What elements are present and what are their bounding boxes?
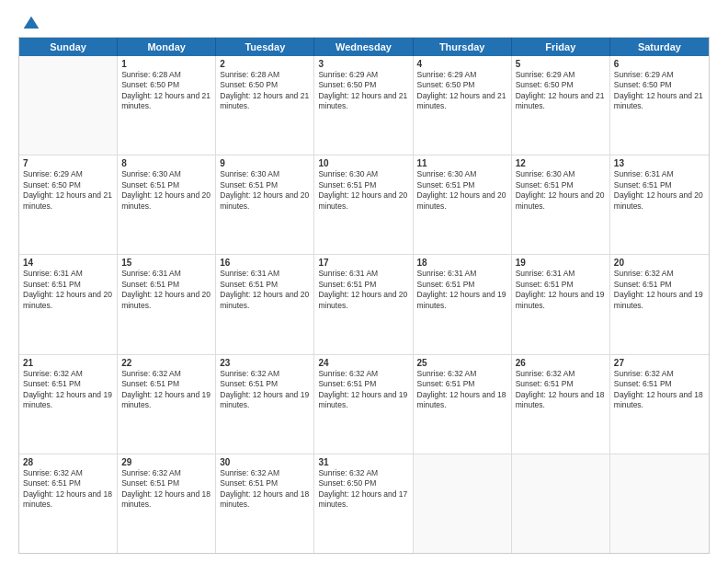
day-info: Sunrise: 6:31 AMSunset: 6:51 PMDaylight:… [318, 269, 408, 311]
calendar-cell: 11Sunrise: 6:30 AMSunset: 6:51 PMDayligh… [414, 155, 512, 254]
day-number: 8 [121, 158, 211, 168]
calendar-cell: 5Sunrise: 6:29 AMSunset: 6:50 PMDaylight… [512, 56, 610, 155]
day-number: 2 [220, 59, 310, 69]
day-info: Sunrise: 6:28 AMSunset: 6:50 PMDaylight:… [121, 70, 211, 112]
calendar-body: 1Sunrise: 6:28 AMSunset: 6:50 PMDaylight… [19, 56, 709, 553]
calendar-cell: 10Sunrise: 6:30 AMSunset: 6:51 PMDayligh… [314, 155, 413, 254]
logo [18, 15, 40, 29]
day-number: 27 [614, 358, 705, 368]
logo-icon [22, 15, 40, 33]
calendar-cell: 2Sunrise: 6:28 AMSunset: 6:50 PMDaylight… [216, 56, 314, 155]
day-info: Sunrise: 6:30 AMSunset: 6:51 PMDaylight:… [417, 169, 507, 212]
day-number: 7 [23, 158, 113, 168]
calendar-cell: 23Sunrise: 6:32 AMSunset: 6:51 PMDayligh… [216, 355, 314, 454]
calendar-cell: 16Sunrise: 6:31 AMSunset: 6:51 PMDayligh… [216, 255, 314, 353]
day-number: 29 [121, 457, 211, 467]
page: SundayMondayTuesdayWednesdayThursdayFrid… [0, 0, 728, 563]
day-number: 6 [614, 59, 705, 69]
calendar-cell: 28Sunrise: 6:32 AMSunset: 6:51 PMDayligh… [19, 454, 118, 553]
day-number: 18 [417, 258, 507, 268]
calendar-cell: 8Sunrise: 6:30 AMSunset: 6:51 PMDaylight… [118, 155, 216, 254]
day-info: Sunrise: 6:29 AMSunset: 6:50 PMDaylight:… [614, 70, 705, 112]
day-info: Sunrise: 6:32 AMSunset: 6:51 PMDaylight:… [614, 369, 705, 411]
day-number: 5 [516, 59, 606, 69]
header [18, 15, 710, 29]
calendar-cell: 25Sunrise: 6:32 AMSunset: 6:51 PMDayligh… [414, 355, 512, 454]
day-number: 11 [417, 158, 507, 168]
svg-marker-0 [24, 17, 40, 29]
calendar-cell: 18Sunrise: 6:31 AMSunset: 6:51 PMDayligh… [414, 255, 512, 353]
day-number: 25 [417, 358, 507, 368]
calendar-header: SundayMondayTuesdayWednesdayThursdayFrid… [19, 38, 709, 56]
calendar-cell [414, 454, 512, 553]
day-info: Sunrise: 6:30 AMSunset: 6:51 PMDaylight:… [220, 169, 310, 212]
calendar-week-2: 7Sunrise: 6:29 AMSunset: 6:50 PMDaylight… [19, 155, 709, 255]
calendar-cell: 22Sunrise: 6:32 AMSunset: 6:51 PMDayligh… [118, 355, 216, 454]
header-day-monday: Monday [118, 38, 216, 56]
calendar-cell: 29Sunrise: 6:32 AMSunset: 6:51 PMDayligh… [118, 454, 216, 553]
header-day-thursday: Thursday [414, 38, 512, 56]
day-number: 9 [220, 158, 310, 168]
calendar-week-3: 14Sunrise: 6:31 AMSunset: 6:51 PMDayligh… [19, 255, 709, 354]
day-info: Sunrise: 6:32 AMSunset: 6:51 PMDaylight:… [121, 468, 211, 511]
day-number: 16 [220, 258, 310, 268]
day-number: 10 [318, 158, 408, 168]
day-info: Sunrise: 6:32 AMSunset: 6:51 PMDaylight:… [614, 269, 705, 311]
calendar-cell: 1Sunrise: 6:28 AMSunset: 6:50 PMDaylight… [118, 56, 216, 155]
day-number: 22 [121, 358, 211, 368]
day-number: 3 [318, 59, 408, 69]
day-info: Sunrise: 6:30 AMSunset: 6:51 PMDaylight:… [121, 169, 211, 212]
calendar-cell: 17Sunrise: 6:31 AMSunset: 6:51 PMDayligh… [314, 255, 413, 353]
calendar-cell: 9Sunrise: 6:30 AMSunset: 6:51 PMDaylight… [216, 155, 314, 254]
calendar-cell: 20Sunrise: 6:32 AMSunset: 6:51 PMDayligh… [610, 255, 709, 353]
calendar-cell: 12Sunrise: 6:30 AMSunset: 6:51 PMDayligh… [512, 155, 610, 254]
day-info: Sunrise: 6:31 AMSunset: 6:51 PMDaylight:… [417, 269, 507, 311]
day-info: Sunrise: 6:32 AMSunset: 6:51 PMDaylight:… [220, 369, 310, 411]
day-number: 28 [23, 457, 113, 467]
day-info: Sunrise: 6:29 AMSunset: 6:50 PMDaylight:… [23, 169, 113, 212]
calendar-cell: 15Sunrise: 6:31 AMSunset: 6:51 PMDayligh… [118, 255, 216, 353]
calendar-cell [512, 454, 610, 553]
day-info: Sunrise: 6:32 AMSunset: 6:50 PMDaylight:… [318, 468, 408, 511]
calendar-cell: 19Sunrise: 6:31 AMSunset: 6:51 PMDayligh… [512, 255, 610, 353]
header-day-sunday: Sunday [19, 38, 118, 56]
calendar-cell: 26Sunrise: 6:32 AMSunset: 6:51 PMDayligh… [512, 355, 610, 454]
day-info: Sunrise: 6:29 AMSunset: 6:50 PMDaylight:… [417, 70, 507, 112]
calendar-cell: 13Sunrise: 6:31 AMSunset: 6:51 PMDayligh… [610, 155, 709, 254]
day-info: Sunrise: 6:31 AMSunset: 6:51 PMDaylight:… [220, 269, 310, 311]
calendar-cell [19, 56, 118, 155]
day-number: 23 [220, 358, 310, 368]
calendar-cell: 27Sunrise: 6:32 AMSunset: 6:51 PMDayligh… [610, 355, 709, 454]
day-number: 13 [614, 158, 705, 168]
day-info: Sunrise: 6:32 AMSunset: 6:51 PMDaylight:… [23, 369, 113, 411]
calendar-cell: 14Sunrise: 6:31 AMSunset: 6:51 PMDayligh… [19, 255, 118, 353]
day-number: 4 [417, 59, 507, 69]
day-info: Sunrise: 6:32 AMSunset: 6:51 PMDaylight:… [318, 369, 408, 411]
day-number: 19 [516, 258, 606, 268]
calendar-cell: 4Sunrise: 6:29 AMSunset: 6:50 PMDaylight… [414, 56, 512, 155]
day-number: 30 [220, 457, 310, 467]
calendar-cell: 3Sunrise: 6:29 AMSunset: 6:50 PMDaylight… [314, 56, 413, 155]
day-info: Sunrise: 6:31 AMSunset: 6:51 PMDaylight:… [614, 169, 705, 212]
calendar-cell: 7Sunrise: 6:29 AMSunset: 6:50 PMDaylight… [19, 155, 118, 254]
calendar-cell: 24Sunrise: 6:32 AMSunset: 6:51 PMDayligh… [314, 355, 413, 454]
calendar-week-4: 21Sunrise: 6:32 AMSunset: 6:51 PMDayligh… [19, 355, 709, 454]
header-day-saturday: Saturday [610, 38, 709, 56]
header-day-tuesday: Tuesday [216, 38, 314, 56]
day-number: 1 [121, 59, 211, 69]
day-info: Sunrise: 6:32 AMSunset: 6:51 PMDaylight:… [220, 468, 310, 511]
day-info: Sunrise: 6:31 AMSunset: 6:51 PMDaylight:… [23, 269, 113, 311]
day-info: Sunrise: 6:31 AMSunset: 6:51 PMDaylight:… [516, 269, 606, 311]
calendar-cell: 6Sunrise: 6:29 AMSunset: 6:50 PMDaylight… [610, 56, 709, 155]
day-number: 12 [516, 158, 606, 168]
day-info: Sunrise: 6:30 AMSunset: 6:51 PMDaylight:… [516, 169, 606, 212]
day-number: 26 [516, 358, 606, 368]
header-day-friday: Friday [512, 38, 610, 56]
calendar-cell: 31Sunrise: 6:32 AMSunset: 6:50 PMDayligh… [314, 454, 413, 553]
calendar-cell [610, 454, 709, 553]
day-number: 20 [614, 258, 705, 268]
calendar-cell: 30Sunrise: 6:32 AMSunset: 6:51 PMDayligh… [216, 454, 314, 553]
day-info: Sunrise: 6:32 AMSunset: 6:51 PMDaylight:… [121, 369, 211, 411]
calendar-cell: 21Sunrise: 6:32 AMSunset: 6:51 PMDayligh… [19, 355, 118, 454]
calendar-week-5: 28Sunrise: 6:32 AMSunset: 6:51 PMDayligh… [19, 454, 709, 553]
